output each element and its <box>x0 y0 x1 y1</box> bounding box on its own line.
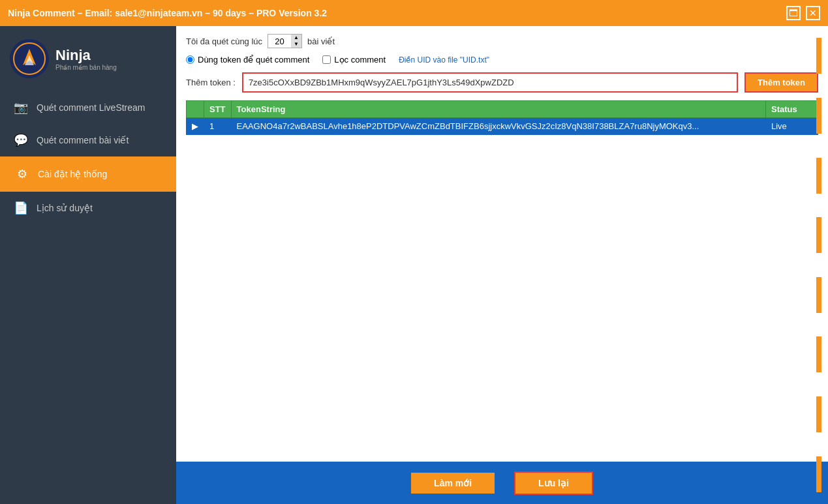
comment-icon: 💬 <box>13 133 29 147</box>
accent-bar-4 <box>816 217 821 253</box>
title-bar: Ninja Comment – Email: sale1@ninjateam.v… <box>0 0 828 26</box>
content-area: Tôi đa quét cùng lúc ▲ ▼ bài viết Dùng t… <box>176 26 828 504</box>
close-button[interactable]: ✕ <box>806 6 820 20</box>
sidebar-item-quet-livestream[interactable]: 📷 Quét comment LiveStream <box>0 91 176 124</box>
logo-text-area: Ninja Phần mềm bán hàng <box>55 47 117 71</box>
accent-bar-3 <box>816 158 821 194</box>
gear-icon: ⚙ <box>14 167 30 181</box>
col-header-arrow <box>187 101 204 118</box>
col-header-status: Status <box>766 101 818 118</box>
nav-label-lich-su: Lịch sử duyệt <box>37 203 93 213</box>
logo-icon <box>10 39 49 78</box>
nav-label-cai-dat: Cài đặt hệ thống <box>38 169 107 179</box>
row-arrow: ▶ <box>187 118 204 135</box>
checkbox-loc-label: Lọc comment <box>334 55 386 65</box>
spinner-buttons: ▲ ▼ <box>291 35 301 48</box>
sidebar-item-quet-bai-viet[interactable]: 💬 Quét comment bài viết <box>0 124 176 156</box>
max-scan-spinner[interactable]: ▲ ▼ <box>268 34 302 48</box>
lam-moi-button[interactable]: Làm mới <box>411 473 495 494</box>
token-row: Thêm token : Thêm token <box>186 72 818 93</box>
sidebar: Ninja Phần mềm bán hàng 📷 Quét comment L… <box>0 26 176 504</box>
radio-token-label: Dùng token để quét comment <box>198 55 309 65</box>
checkbox-loc-input[interactable] <box>322 55 331 64</box>
sidebar-item-cai-dat[interactable]: ⚙ Cài đặt hệ thống <box>0 156 176 192</box>
main-layout: Ninja Phần mềm bán hàng 📷 Quét comment L… <box>0 26 828 504</box>
row-status: Live <box>766 118 818 135</box>
camera-icon: 📷 <box>13 100 29 115</box>
max-scan-input[interactable] <box>268 35 291 48</box>
row-token: EAAGNO4a7r2wBABSLAvhe1h8eP2DTDPVAwZCmZBd… <box>231 118 765 135</box>
checkbox-loc[interactable]: Lọc comment <box>322 55 386 65</box>
accent-bar-1 <box>816 38 821 74</box>
spinner-down[interactable]: ▼ <box>291 41 301 48</box>
token-table: STT TokenString Status ▶1EAAGNO4a7r2wBAB… <box>186 100 818 135</box>
col-header-stt: STT <box>204 101 232 118</box>
table-header-row: STT TokenString Status <box>187 101 818 118</box>
nav-label-bai-viet: Quét comment bài viết <box>37 135 129 145</box>
logo-subtitle: Phần mềm bán hàng <box>55 64 117 71</box>
logo-area: Ninja Phần mềm bán hàng <box>0 26 176 91</box>
history-icon: 📄 <box>13 201 29 215</box>
logo-name: Ninja <box>55 47 117 64</box>
max-scan-label: Tôi đa quét cùng lúc <box>186 37 262 46</box>
row-stt: 1 <box>204 118 232 135</box>
accent-bar-5 <box>816 277 821 313</box>
minimize-button[interactable]: 🗖 <box>786 6 801 20</box>
spinner-up[interactable]: ▲ <box>291 35 301 41</box>
radio-token[interactable]: Dùng token để quét comment <box>186 55 309 65</box>
window-controls: 🗖 ✕ <box>786 6 820 20</box>
accent-bar-2 <box>816 98 821 134</box>
accent-bar-8 <box>816 456 821 492</box>
max-scan-row: Tôi đa quét cùng lúc ▲ ▼ bài viết <box>186 34 818 48</box>
nav-label-livestream: Quét comment LiveStream <box>37 102 146 113</box>
content-inner: Tôi đa quét cùng lúc ▲ ▼ bài viết Dùng t… <box>176 26 828 462</box>
app-title: Ninja Comment – Email: sale1@ninjateam.v… <box>8 8 327 18</box>
token-label: Thêm token : <box>186 78 236 87</box>
sidebar-item-lich-su[interactable]: 📄 Lịch sử duyệt <box>0 192 176 224</box>
uid-link[interactable]: Điền UID vào file "UID.txt" <box>399 55 489 65</box>
col-header-token: TokenString <box>231 101 765 118</box>
accent-bars <box>816 26 821 504</box>
radio-token-input[interactable] <box>186 55 194 64</box>
bottom-bar: Làm mới Lưu lại <box>176 462 828 504</box>
accent-bar-6 <box>816 336 821 372</box>
radio-row: Dùng token để quét comment Lọc comment Đ… <box>186 55 818 65</box>
luu-lai-button[interactable]: Lưu lại <box>514 471 593 495</box>
token-input[interactable] <box>242 72 738 93</box>
bai-viet-label: bài viết <box>307 37 335 46</box>
accent-bar-7 <box>816 396 821 432</box>
table-row[interactable]: ▶1EAAGNO4a7r2wBABSLAvhe1h8eP2DTDPVAwZCmZ… <box>187 118 818 135</box>
them-token-button[interactable]: Thêm token <box>744 72 818 93</box>
